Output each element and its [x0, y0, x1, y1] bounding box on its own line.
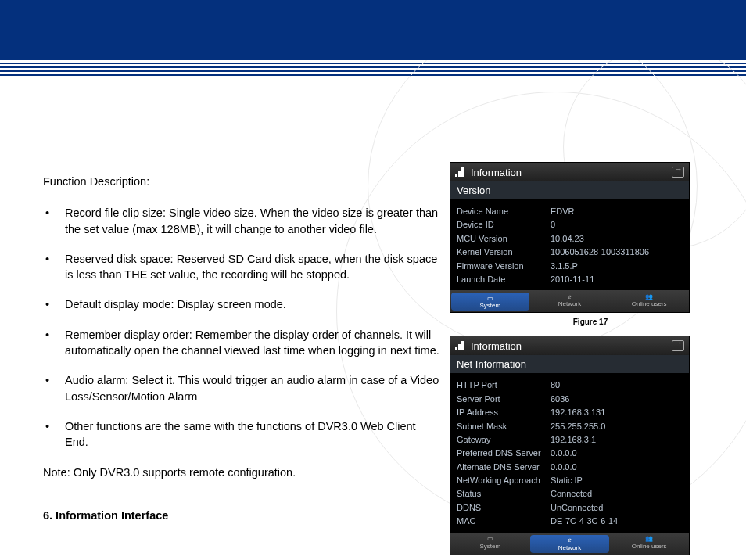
info-row: Launch Date2010-11-11 — [457, 274, 683, 285]
app-header-title: Information — [471, 340, 522, 352]
globe-icon: ℯ — [568, 293, 572, 300]
info-row: StatusConnected — [457, 488, 683, 500]
list-item: Reserved disk space: Reserved SD Card di… — [43, 251, 442, 283]
info-row: Gateway192.168.3.1 — [457, 434, 683, 446]
users-icon: 👥 — [645, 535, 653, 543]
list-item: Audio alarm: Select it. This would trigg… — [43, 372, 442, 404]
list-item: Record file clip size: Single video size… — [43, 205, 442, 237]
info-row: Subnet Mask255.255.255.0 — [457, 421, 683, 433]
info-row: Preferred DNS Server0.0.0.0 — [457, 447, 683, 459]
info-row: MACDE-7C-4-3C-6-14 — [457, 515, 683, 527]
info-row: NetWorking ApproachStatic IP — [457, 475, 683, 486]
globe-icon: ℯ — [568, 537, 572, 544]
monitor-icon: ▭ — [487, 535, 493, 543]
app-footer-tabs: ▭System ℯNetwork 👥Online users — [450, 290, 689, 312]
users-icon: 👥 — [645, 293, 653, 300]
tab-online-users[interactable]: 👥Online users — [610, 293, 689, 311]
monitor-icon: ▭ — [487, 294, 493, 302]
signal-icon — [455, 341, 466, 350]
exit-icon[interactable] — [672, 340, 684, 351]
figure-17-screenshot: Information Version Device NameEDVR Devi… — [450, 162, 690, 313]
exit-icon[interactable] — [672, 167, 684, 178]
info-row: IP Address192.168.3.131 — [457, 407, 683, 418]
info-row: HTTP Port80 — [457, 379, 683, 391]
tab-network[interactable]: ℯNetwork — [530, 535, 609, 553]
info-row: Device ID0 — [457, 219, 683, 231]
info-row: Kernel Version1006051628-1003311806- — [457, 246, 683, 258]
info-row: Server Port6036 — [457, 393, 683, 405]
tab-system[interactable]: ▭System — [451, 535, 530, 553]
section-title: Version — [450, 181, 689, 199]
info-body: HTTP Port80 Server Port6036 IP Address19… — [450, 373, 689, 532]
note-text: Note: Only DVR3.0 supports remote config… — [43, 465, 442, 480]
figure-17-caption: Figure 17 — [450, 318, 731, 326]
list-item: Remember display order: Remember the dis… — [43, 327, 442, 359]
signal-icon — [455, 167, 466, 177]
list-item: Other functions are the same with the fu… — [43, 418, 442, 451]
info-body: Device NameEDVR Device ID0 MCU Version10… — [450, 199, 689, 290]
right-column: Information Version Device NameEDVR Devi… — [450, 162, 731, 560]
info-row: Device NameEDVR — [457, 206, 683, 217]
section-title: Net Information — [450, 355, 689, 373]
header-band — [0, 0, 746, 60]
tab-system[interactable]: ▭System — [451, 293, 530, 311]
info-row: MCU Version10.04.23 — [457, 233, 683, 245]
info-row: DDNSUnConnected — [457, 502, 683, 514]
left-column: Function Description: Record file clip s… — [43, 174, 442, 523]
info-row: Alternate DNS Server0.0.0.0 — [457, 461, 683, 473]
list-item: Default display mode: Display screen mod… — [43, 296, 442, 312]
figure-18-screenshot: Information Net Information HTTP Port80 … — [450, 336, 690, 555]
app-footer-tabs: ▭System ℯNetwork 👥Online users — [450, 533, 689, 555]
bullet-list: Record file clip size: Single video size… — [43, 205, 442, 450]
tab-online-users[interactable]: 👥Online users — [610, 535, 689, 553]
info-row: Firmware Version3.1.5.P — [457, 260, 683, 272]
app-header: Information — [450, 163, 689, 181]
function-description-title: Function Description: — [43, 174, 442, 189]
app-header: Information — [450, 336, 689, 355]
app-header-title: Information — [471, 167, 522, 178]
section-6-heading: 6. Information Interface — [43, 508, 442, 523]
tab-network[interactable]: ℯNetwork — [530, 293, 609, 311]
